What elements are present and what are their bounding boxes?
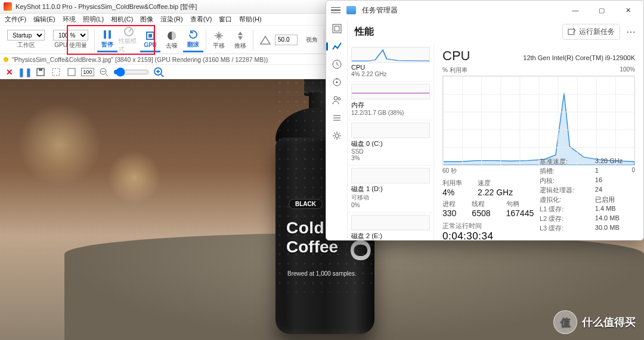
gauge-icon — [123, 26, 135, 37]
cpu-usage-chart[interactable] — [442, 76, 635, 166]
y-max-label: 100% — [620, 66, 635, 74]
menu-window[interactable]: 窗口 — [219, 15, 232, 24]
list-item-disk0[interactable]: 磁盘 0 (C:) SSD 3% — [348, 120, 434, 166]
perf-button[interactable]: 性能模式 — [119, 27, 139, 52]
zoom-select[interactable]: 100 % — [53, 30, 88, 40]
svg-rect-39 — [568, 29, 574, 35]
svg-point-31 — [336, 82, 338, 83]
svg-rect-19 — [68, 68, 75, 76]
menu-camera[interactable]: 相机(C) — [111, 15, 133, 24]
save-button[interactable] — [35, 66, 47, 78]
startup-icon[interactable] — [332, 77, 342, 88]
denoise-button[interactable]: 去噪 — [162, 27, 182, 52]
menu-help[interactable]: 帮助(H) — [239, 15, 261, 24]
dolly-button[interactable]: 推移 — [230, 27, 250, 52]
list-item-disk1[interactable]: 磁盘 1 (D:) 可移动 0% — [348, 166, 434, 213]
processes-icon[interactable] — [332, 23, 342, 34]
menu-env[interactable]: 环境 — [63, 15, 76, 24]
menu-light[interactable]: 照明(L) — [83, 15, 104, 24]
cpu-side-stats: 基准速度:3.20 GHz 插槽:1 内核:16 逻辑处理器:24 虚拟化:已启… — [540, 157, 635, 233]
svg-rect-0 — [104, 30, 106, 39]
pan-icon — [213, 30, 225, 42]
fov-icon — [259, 35, 271, 45]
tm-page-header: 性能 运行新任务 ⋯ — [348, 20, 643, 43]
tumble-button[interactable]: 翻滚 — [183, 27, 203, 52]
fov-input[interactable] — [275, 35, 298, 45]
services-icon[interactable] — [332, 130, 342, 141]
list-item-memory[interactable]: 内存 12.2/31.7 GB (38%) — [348, 82, 434, 120]
svg-rect-28 — [335, 26, 339, 31]
fit-button[interactable] — [66, 66, 78, 78]
menu-view[interactable]: 查看(V) — [190, 15, 212, 24]
minimize-button[interactable]: — — [562, 1, 589, 20]
zoom-slider[interactable] — [113, 67, 149, 77]
performance-icon[interactable] — [332, 41, 342, 52]
watermark-text: 什么值得买 — [582, 315, 636, 329]
rotate-icon — [187, 29, 199, 40]
bokeh-icon — [107, 151, 161, 204]
list-item-disk2[interactable]: 磁盘 2 (E:) 可移动 0% — [348, 213, 434, 240]
workspace-select[interactable]: Startup — [7, 30, 45, 40]
tm-nav-rail — [326, 20, 348, 240]
zoom-group: 100 % GPU 使用量 — [49, 29, 92, 51]
history-icon[interactable] — [332, 59, 342, 70]
pause-button[interactable]: 暂停 — [97, 27, 117, 52]
separator — [206, 29, 206, 51]
svg-point-38 — [335, 134, 339, 138]
workspace-label: 工作区 — [17, 41, 35, 49]
svg-point-33 — [334, 96, 338, 100]
perf-detail: CPU 12th Gen Intel(R) Core(TM) i9-12900K… — [434, 43, 643, 240]
details-icon[interactable] — [332, 113, 342, 123]
denoise-icon — [166, 30, 178, 42]
svg-rect-1 — [109, 30, 111, 39]
list-item-cpu[interactable]: CPU 4% 2.22 GHz — [348, 45, 434, 82]
detail-title: CPU — [442, 48, 470, 64]
run-task-icon — [568, 27, 576, 36]
svg-rect-5 — [148, 34, 152, 38]
menu-edit[interactable]: 编辑(E) — [33, 15, 55, 24]
chip-icon — [144, 30, 156, 42]
y-axis-label: % 利用率 — [442, 66, 467, 74]
status-dot-icon — [4, 57, 8, 62]
svg-rect-17 — [39, 68, 42, 71]
svg-rect-27 — [333, 24, 341, 33]
svg-line-26 — [161, 74, 163, 77]
separator — [253, 29, 253, 51]
close-button[interactable]: ✕ — [4, 66, 16, 78]
menu-image[interactable]: 图像 — [140, 15, 153, 24]
more-button[interactable]: ⋯ — [626, 26, 636, 38]
render-tab-text[interactable]: "PhysicsSim_Coffe&ColdBrew.3.jpg" [3840 … — [12, 56, 268, 63]
watermark-icon: 值 — [553, 310, 577, 334]
x-left-label: 60 秒 — [442, 167, 457, 175]
task-manager-window[interactable]: 任务管理器 — ▢ ✕ 性能 运行新任务 — [326, 0, 644, 241]
pan-button[interactable]: 平移 — [209, 27, 229, 52]
gpu-button[interactable]: GPU — [140, 27, 160, 52]
tm-page-title: 性能 — [355, 26, 374, 38]
taskmgr-app-icon — [346, 6, 356, 14]
tm-title: 任务管理器 — [362, 5, 398, 15]
keyshot-logo-icon — [4, 2, 12, 11]
run-new-task-button[interactable]: 运行新任务 — [562, 24, 620, 40]
tm-titlebar[interactable]: 任务管理器 — ▢ ✕ — [326, 1, 643, 20]
svg-line-3 — [129, 29, 131, 32]
pause-small-button[interactable]: ❚❚ — [19, 66, 31, 78]
users-icon[interactable] — [332, 95, 342, 105]
fov-group — [256, 33, 301, 46]
menu-render[interactable]: 渲染(R) — [160, 15, 182, 24]
workspace-group: Startup 工作区 — [4, 29, 48, 51]
svg-line-22 — [106, 74, 108, 76]
fov-label-group: 视角 — [302, 35, 321, 45]
watermark: 值 什么值得买 — [553, 310, 636, 334]
close-button[interactable]: ✕ — [615, 1, 641, 20]
svg-rect-18 — [52, 68, 60, 76]
bottle-subtext: Brewed at 1,000 samples. — [287, 270, 357, 277]
svg-point-34 — [338, 98, 340, 100]
region-button[interactable] — [50, 66, 62, 78]
zoom-out-icon[interactable] — [98, 66, 110, 78]
hamburger-icon[interactable] — [331, 7, 340, 14]
bokeh-icon — [18, 103, 101, 186]
maximize-button[interactable]: ▢ — [589, 1, 615, 20]
zoom-in-icon[interactable] — [153, 66, 165, 78]
menu-file[interactable]: 文件(F) — [5, 15, 26, 24]
zoom-100-button[interactable]: 100 — [81, 68, 94, 76]
